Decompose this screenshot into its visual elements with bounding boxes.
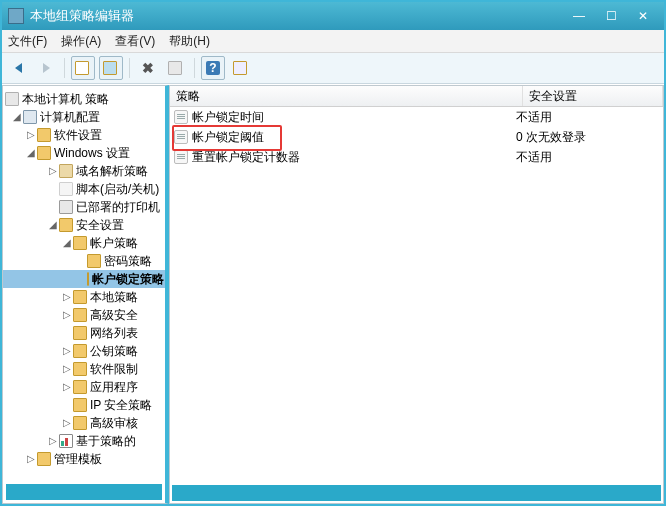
tree-ipsec[interactable]: IP 安全策略 xyxy=(3,396,165,414)
x-icon: ✖ xyxy=(142,60,154,76)
tree-root[interactable]: 本地计算机 策略 xyxy=(3,90,165,108)
forward-arrow-icon xyxy=(43,63,50,73)
folder-icon xyxy=(73,326,87,340)
close-button[interactable]: ✕ xyxy=(628,6,658,26)
menu-file[interactable]: 文件(F) xyxy=(8,33,47,50)
list-hscrollbar[interactable] xyxy=(172,485,661,501)
row-name: 重置帐户锁定计数器 xyxy=(192,149,300,166)
showhide-icon xyxy=(103,61,117,75)
shield-icon xyxy=(73,416,87,430)
collapse-icon[interactable]: ◢ xyxy=(11,108,23,126)
policy-item-icon xyxy=(174,150,188,164)
tree-advfw[interactable]: ▷高级安全 xyxy=(3,306,165,324)
book-icon xyxy=(59,164,73,178)
delete-button[interactable]: ✖ xyxy=(136,56,160,80)
tree-appctrl[interactable]: ▷应用程序 xyxy=(3,378,165,396)
showhide-button[interactable] xyxy=(99,56,123,80)
columns-icon xyxy=(233,61,247,75)
minimize-button[interactable]: — xyxy=(564,6,594,26)
back-button[interactable] xyxy=(6,56,30,80)
folder-icon xyxy=(73,344,87,358)
tree-password-policy[interactable]: 密码策略 xyxy=(3,252,165,270)
properties-button[interactable] xyxy=(164,56,188,80)
back-arrow-icon xyxy=(15,63,22,73)
tree-local-policy[interactable]: ▷本地策略 xyxy=(3,288,165,306)
folder-icon xyxy=(73,362,87,376)
row-value: 0 次无效登录 xyxy=(510,129,663,146)
tree-hscrollbar[interactable] xyxy=(6,484,162,500)
list-row[interactable]: 帐户锁定阈值 0 次无效登录 xyxy=(170,127,663,147)
col-security[interactable]: 安全设置 xyxy=(523,86,663,106)
menu-action[interactable]: 操作(A) xyxy=(61,33,101,50)
window-title: 本地组策略编辑器 xyxy=(24,7,564,25)
help-icon: ? xyxy=(206,61,220,75)
shield-icon xyxy=(87,272,89,286)
tree-account-policy[interactable]: ◢帐户策略 xyxy=(3,234,165,252)
policy-item-icon xyxy=(174,110,188,124)
help-button[interactable]: ? xyxy=(201,56,225,80)
tree-lockout-policy[interactable]: 帐户锁定策略 xyxy=(3,270,165,288)
tree-computer-cfg[interactable]: ◢计算机配置 xyxy=(3,108,165,126)
tree-scripts[interactable]: 脚本(启动/关机) xyxy=(3,180,165,198)
printer-icon xyxy=(59,200,73,214)
collapse-icon[interactable]: ◢ xyxy=(47,216,59,234)
list-row[interactable]: 帐户锁定时间 不适用 xyxy=(170,107,663,127)
script-icon xyxy=(59,182,73,196)
tree-software[interactable]: ▷软件设置 xyxy=(3,126,165,144)
chart-icon xyxy=(59,434,73,448)
row-value: 不适用 xyxy=(510,109,663,126)
toolbar-separator xyxy=(64,58,65,78)
collapse-icon[interactable]: ◢ xyxy=(25,144,37,162)
shield-icon xyxy=(73,236,87,250)
tree-policybased[interactable]: ▷基于策略的 xyxy=(3,432,165,450)
folder-icon xyxy=(37,146,51,160)
menu-help[interactable]: 帮助(H) xyxy=(169,33,210,50)
shield-icon xyxy=(87,254,101,268)
row-value: 不适用 xyxy=(510,149,663,166)
expand-icon[interactable]: ▷ xyxy=(61,342,73,360)
toolbar-separator xyxy=(129,58,130,78)
tree-pane[interactable]: 本地计算机 策略 ◢计算机配置 ▷软件设置 ◢Windows 设置 ▷域名解析策… xyxy=(2,85,169,504)
shield-icon xyxy=(59,218,73,232)
columns-button[interactable] xyxy=(229,56,253,80)
expand-icon[interactable]: ▷ xyxy=(61,414,73,432)
ipsec-icon xyxy=(73,398,87,412)
expand-icon[interactable]: ▷ xyxy=(25,126,37,144)
properties-icon xyxy=(168,61,182,75)
expand-icon[interactable]: ▷ xyxy=(25,450,37,468)
expand-icon[interactable]: ▷ xyxy=(47,162,59,180)
col-policy[interactable]: 策略 xyxy=(170,86,523,106)
folder-up-icon xyxy=(75,61,89,75)
tree-deploy[interactable]: 已部署的打印机 xyxy=(3,198,165,216)
folder-icon xyxy=(37,452,51,466)
expand-icon[interactable]: ▷ xyxy=(47,432,59,450)
folder-icon xyxy=(73,380,87,394)
list-row[interactable]: 重置帐户锁定计数器 不适用 xyxy=(170,147,663,167)
policy-item-icon xyxy=(174,130,188,144)
tree-windows-settings[interactable]: ◢Windows 设置 xyxy=(3,144,165,162)
folder-icon xyxy=(37,128,51,142)
expand-icon[interactable]: ▷ xyxy=(61,288,73,306)
policy-list[interactable]: 帐户锁定时间 不适用 帐户锁定阈值 0 次无效登录 重置帐户锁定计数器 不适用 xyxy=(170,107,663,483)
list-header: 策略 安全设置 xyxy=(170,86,663,107)
tree-security[interactable]: ◢安全设置 xyxy=(3,216,165,234)
client-area: 本地计算机 策略 ◢计算机配置 ▷软件设置 ◢Windows 设置 ▷域名解析策… xyxy=(2,84,664,504)
tree-dns[interactable]: ▷域名解析策略 xyxy=(3,162,165,180)
up-button[interactable] xyxy=(71,56,95,80)
tree-advaudit[interactable]: ▷高级审核 xyxy=(3,414,165,432)
expand-icon[interactable]: ▷ xyxy=(61,360,73,378)
app-icon xyxy=(8,8,24,24)
computer-icon xyxy=(23,110,37,124)
expand-icon[interactable]: ▷ xyxy=(61,306,73,324)
expand-icon[interactable]: ▷ xyxy=(61,378,73,396)
shield-icon xyxy=(73,290,87,304)
tree-swrest[interactable]: ▷软件限制 xyxy=(3,360,165,378)
title-bar[interactable]: 本地组策略编辑器 — ☐ ✕ xyxy=(2,2,664,30)
tree-netlist[interactable]: 网络列表 xyxy=(3,324,165,342)
menu-view[interactable]: 查看(V) xyxy=(115,33,155,50)
maximize-button[interactable]: ☐ xyxy=(596,6,626,26)
tree-pubkey[interactable]: ▷公钥策略 xyxy=(3,342,165,360)
tree-admin-templates[interactable]: ▷管理模板 xyxy=(3,450,165,468)
collapse-icon[interactable]: ◢ xyxy=(61,234,73,252)
policy-icon xyxy=(5,92,19,106)
